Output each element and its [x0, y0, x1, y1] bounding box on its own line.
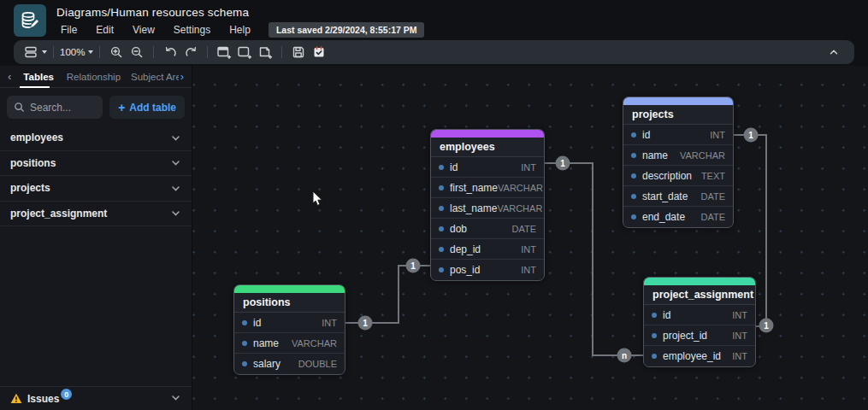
field-name: id	[253, 317, 261, 329]
menu-edit[interactable]: Edit	[86, 24, 123, 36]
field-name: description	[642, 170, 692, 182]
diagram-menu-button[interactable]	[24, 43, 47, 62]
table-field-row[interactable]: start_dateDATE	[623, 186, 733, 207]
field-dot-icon	[439, 226, 444, 231]
field-name: pos_id	[450, 264, 480, 276]
diagram-table-employees[interactable]: employeesidINTfirst_nameVARCHARlast_name…	[430, 129, 545, 281]
menu-help[interactable]: Help	[220, 24, 260, 36]
toolbar: 100%	[14, 40, 854, 64]
divider	[99, 46, 100, 58]
table-field-row[interactable]: idINT	[431, 157, 544, 178]
collapse-header-button[interactable]	[824, 43, 844, 62]
field-name: id	[450, 161, 458, 173]
table-field-row[interactable]: dep_idINT	[431, 239, 544, 260]
field-name: employee_id	[663, 350, 721, 362]
field-type: VARCHAR	[292, 338, 337, 348]
issues-count-badge: 0	[61, 389, 72, 400]
field-type: INT	[521, 244, 536, 255]
field-dot-icon	[652, 333, 657, 338]
chevron-down-icon	[42, 50, 47, 54]
tabs-scroll-left-icon[interactable]: ‹	[6, 71, 13, 82]
field-dot-icon	[631, 214, 636, 220]
diagram-table-project_assignment[interactable]: project_assignmentidINTproject_idINTempl…	[643, 277, 756, 367]
search-icon	[14, 102, 25, 113]
add-table-button[interactable]: + Add table	[109, 96, 185, 119]
svg-text:1: 1	[764, 321, 769, 331]
diagram-canvas[interactable]: 111n11 employeesidINTfirst_nameVARCHARla…	[192, 66, 868, 410]
table-field-row[interactable]: idINT	[234, 313, 345, 333]
cardinality-marker	[617, 348, 632, 363]
add-note-button[interactable]	[255, 43, 275, 62]
field-type: VARCHAR	[497, 203, 542, 214]
chevron-down-icon[interactable]	[170, 391, 181, 407]
issues-label: Issues	[27, 393, 59, 405]
table-field-row[interactable]: idINT	[623, 125, 733, 145]
svg-text:1: 1	[410, 261, 416, 271]
tab-tables[interactable]: Tables	[13, 66, 56, 88]
table-title: projects	[623, 105, 733, 125]
table-field-row[interactable]: idINT	[644, 305, 755, 325]
tab-subject-are[interactable]: Subject Are	[121, 66, 179, 88]
saved-state-icon	[309, 43, 329, 62]
field-type: INT	[732, 310, 747, 320]
field-dot-icon	[631, 153, 636, 158]
zoom-in-button[interactable]	[106, 43, 127, 62]
toolbar-strip: 100%	[0, 40, 868, 66]
zoom-out-button[interactable]	[127, 43, 147, 62]
add-table-icon-button[interactable]	[214, 43, 234, 62]
table-field-row[interactable]: nameVARCHAR	[623, 145, 733, 166]
field-name: first_name	[450, 182, 498, 194]
relationship-line	[345, 266, 430, 323]
menu-settings[interactable]: Settings	[164, 24, 220, 36]
sidebar-item-project_assignment[interactable]: project_assignment	[0, 202, 192, 227]
chevron-down-icon	[170, 157, 181, 168]
menu-file[interactable]: File	[51, 24, 86, 36]
issues-bar[interactable]: Issues 0	[0, 386, 192, 410]
table-field-row[interactable]: employee_idINT	[644, 346, 755, 366]
menu-view[interactable]: View	[123, 24, 164, 36]
table-field-row[interactable]: pos_idINT	[431, 260, 544, 280]
sidebar-item-employees[interactable]: employees	[0, 126, 192, 151]
zoom-level-select[interactable]: 100%	[60, 43, 93, 62]
table-field-row[interactable]: project_idINT	[644, 325, 755, 346]
table-field-row[interactable]: descriptionTEXT	[623, 166, 733, 186]
table-title: employees	[431, 138, 544, 157]
table-field-row[interactable]: nameVARCHAR	[234, 333, 345, 354]
field-type: INT	[732, 351, 747, 361]
field-name: project_id	[663, 330, 707, 342]
sidebar-item-projects[interactable]: projects	[0, 176, 192, 202]
redo-button[interactable]	[180, 43, 201, 62]
diagram-table-positions[interactable]: positionsidINTnameVARCHARsalaryDOUBLE	[233, 284, 345, 375]
table-field-row[interactable]: first_nameVARCHAR	[431, 178, 544, 198]
field-dot-icon	[242, 361, 247, 366]
add-area-button[interactable]	[234, 43, 255, 62]
sidebar-item-positions[interactable]: positions	[0, 151, 192, 177]
warning-icon	[10, 393, 22, 404]
table-field-row[interactable]: dobDATE	[431, 219, 544, 239]
field-dot-icon	[439, 267, 444, 272]
field-dot-icon	[631, 194, 636, 199]
undo-button[interactable]	[160, 43, 180, 62]
divider	[281, 46, 282, 58]
tab-relationships[interactable]: Relationships	[56, 66, 121, 88]
mouse-cursor	[312, 190, 324, 208]
table-field-row[interactable]: last_nameVARCHAR	[431, 198, 544, 219]
menubar: FileEditViewSettingsHelp Last saved 2/29…	[51, 21, 424, 38]
table-color-strip	[234, 285, 345, 293]
chevron-down-icon	[88, 50, 93, 54]
table-color-strip	[623, 97, 733, 105]
cardinality-marker	[759, 319, 774, 333]
svg-text:1: 1	[748, 131, 753, 140]
app-header: Diagrams/Human resources schema FileEdit…	[0, 0, 868, 40]
cardinality-marker	[556, 156, 570, 171]
chevron-down-icon	[170, 208, 181, 219]
save-button[interactable]	[288, 43, 309, 62]
plus-icon: +	[118, 102, 125, 114]
tabs-scroll-right-icon[interactable]: ›	[179, 71, 186, 82]
diagram-table-projects[interactable]: projectsidINTnameVARCHARdescriptionTEXTs…	[623, 97, 734, 228]
table-field-row[interactable]: salaryDOUBLE	[234, 354, 345, 374]
zoom-level-value: 100%	[60, 47, 85, 57]
field-dot-icon	[439, 206, 444, 211]
table-field-row[interactable]: end_dateDATE	[623, 207, 733, 227]
page-title: Diagrams/Human resources schema	[56, 6, 249, 19]
